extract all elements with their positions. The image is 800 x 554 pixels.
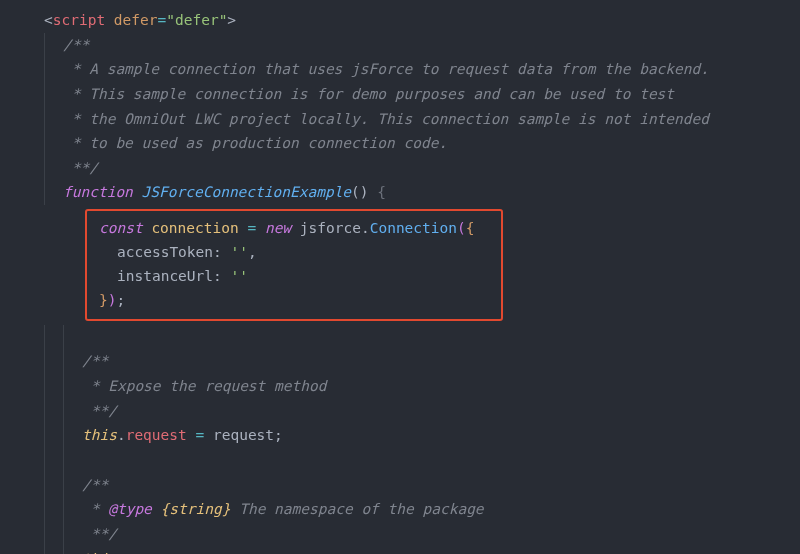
code-line: * A sample connection that uses jsForce … <box>30 57 800 82</box>
code-line: accessToken: '', <box>93 241 495 265</box>
code-line: * This sample connection is for demo pur… <box>30 82 800 107</box>
code-line: **/ <box>30 399 800 424</box>
code-line: **/ <box>30 156 800 181</box>
code-line: /** <box>30 349 800 374</box>
code-line: * the OmniOut LWC project locally. This … <box>30 107 800 132</box>
code-line: const connection = new jsforce.Connectio… <box>93 217 495 241</box>
code-line: * to be used as production connection co… <box>30 131 800 156</box>
code-line <box>30 448 800 473</box>
code-line: /** <box>30 473 800 498</box>
code-line: }); <box>93 289 495 313</box>
code-line: **/ <box>30 522 800 547</box>
code-line <box>30 325 800 350</box>
code-line: <script defer="defer"> <box>30 8 800 33</box>
code-line: /** <box>30 33 800 58</box>
code-line: this.request = request; <box>30 423 800 448</box>
code-line: instanceUrl: '' <box>93 265 495 289</box>
code-line: this.namespace = ''; <box>30 547 800 554</box>
code-line: * @type {string} The namespace of the pa… <box>30 497 800 522</box>
highlighted-code-block: const connection = new jsforce.Connectio… <box>85 209 503 321</box>
code-line: * Expose the request method <box>30 374 800 399</box>
code-line: function JSForceConnectionExample() { <box>30 180 800 205</box>
